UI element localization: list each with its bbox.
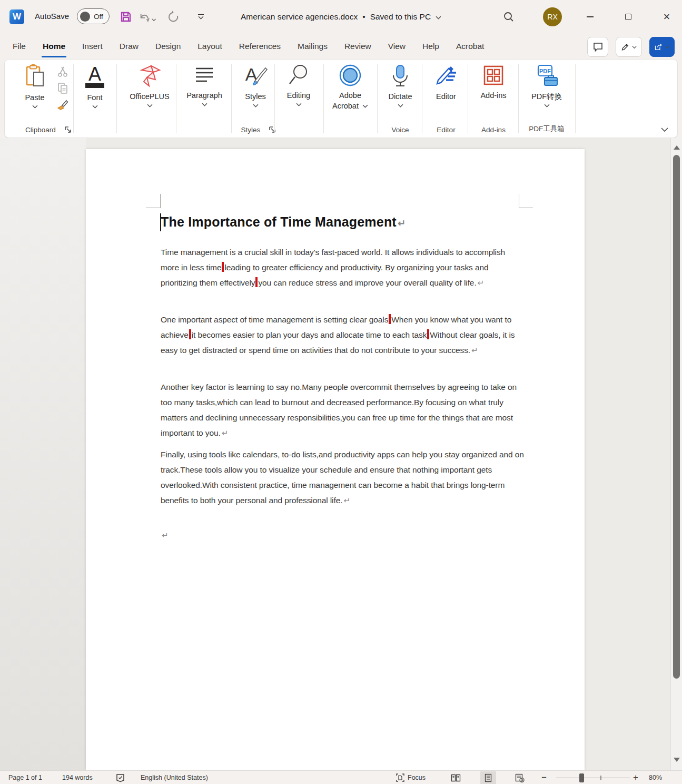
zoom-in-button[interactable]: + xyxy=(633,771,638,784)
search-icon xyxy=(503,11,515,23)
paste-chevron-icon xyxy=(32,105,38,109)
tab-layout[interactable]: Layout xyxy=(189,34,231,59)
language-indicator[interactable]: English (United States) xyxy=(141,771,208,784)
voice-group-label: Voice xyxy=(382,126,419,134)
web-layout-button[interactable] xyxy=(512,771,528,784)
focus-button[interactable]: Focus xyxy=(396,771,426,784)
redo-icon xyxy=(166,10,180,24)
tab-design[interactable]: Design xyxy=(147,34,189,59)
svg-text:PDF: PDF xyxy=(539,68,551,74)
tab-view[interactable]: View xyxy=(380,34,414,59)
tab-file[interactable]: File xyxy=(4,34,34,59)
account-avatar[interactable]: RX xyxy=(543,7,562,26)
save-button[interactable] xyxy=(117,8,135,25)
dictate-mic-icon xyxy=(390,64,411,88)
addins-icon xyxy=(482,64,505,87)
styles-button[interactable]: A Styles xyxy=(239,64,272,107)
scroll-up-arrow-icon[interactable] xyxy=(674,145,680,150)
copy-button[interactable] xyxy=(57,82,68,94)
paste-button[interactable]: Paste xyxy=(18,64,51,109)
editing-chevron-icon xyxy=(296,103,302,106)
styles-dialog-launcher[interactable] xyxy=(268,125,277,134)
page-indicator[interactable]: Page 1 of 1 xyxy=(8,771,42,784)
save-status: Saved to this PC xyxy=(370,12,431,22)
margin-mark-icon xyxy=(160,194,161,208)
font-chevron-icon xyxy=(92,105,98,109)
zoom-slider-thumb[interactable] xyxy=(579,773,584,782)
group-separator xyxy=(468,64,468,133)
redo-button[interactable] xyxy=(164,8,182,25)
zoom-slider-center-tick xyxy=(600,776,601,780)
format-painter-button[interactable] xyxy=(56,99,69,111)
comments-button[interactable] xyxy=(587,37,608,57)
zoom-slider-track[interactable] xyxy=(556,778,630,779)
proofing-book-icon xyxy=(116,773,125,782)
margin-mark-icon xyxy=(146,208,160,208)
undo-chevron-icon xyxy=(152,18,156,22)
editing-button[interactable]: Editing xyxy=(280,64,317,106)
paragraph[interactable]: One important aspect of time management … xyxy=(161,312,524,358)
paragraph[interactable]: Finally, using tools like calendars, to-… xyxy=(161,447,524,508)
clipboard-dialog-launcher[interactable] xyxy=(64,125,73,134)
undo-button[interactable] xyxy=(138,8,156,25)
customize-quick-access-toolbar-button[interactable] xyxy=(195,12,206,22)
collapse-ribbon-button[interactable] xyxy=(660,127,669,132)
share-icon xyxy=(655,42,663,52)
paragraph[interactable]: Another key factor is learning to say no… xyxy=(161,379,524,440)
tab-review[interactable]: Review xyxy=(336,34,380,59)
pdf-convert-icon: PDF xyxy=(535,64,558,88)
maximize-button[interactable] xyxy=(618,7,639,26)
scrollbar-thumb[interactable] xyxy=(673,155,680,679)
pdf-convert-button[interactable]: PDF PDF转换 xyxy=(524,64,569,107)
editing-mode-chevron-icon xyxy=(632,45,637,49)
comment-icon xyxy=(593,42,603,52)
paragraph[interactable]: ↵ xyxy=(161,527,524,543)
paragraph[interactable]: Time management is a crucial skill in to… xyxy=(161,244,524,290)
share-button[interactable] xyxy=(649,37,675,57)
pilcrow-mark: ↵ xyxy=(161,531,168,540)
addins-button[interactable]: Add-ins xyxy=(475,64,512,101)
proofing-status-button[interactable] xyxy=(116,771,125,784)
adobe-acrobat-button[interactable]: Adobe Acrobat xyxy=(325,64,375,112)
font-button[interactable]: A Font xyxy=(79,64,111,109)
pilcrow-mark: ↵ xyxy=(221,428,228,437)
tab-mailings[interactable]: Mailings xyxy=(289,34,336,59)
adobe-acrobat-icon xyxy=(339,64,362,87)
print-layout-button[interactable] xyxy=(480,771,496,784)
tab-help[interactable]: Help xyxy=(414,34,448,59)
revision-mark xyxy=(389,314,391,324)
document-heading[interactable]: The Importance of Time Management↵ xyxy=(161,214,406,230)
zoom-level[interactable]: 80% xyxy=(649,771,662,784)
editing-mode-button[interactable] xyxy=(616,37,642,57)
margin-mark-icon xyxy=(519,194,519,208)
tab-home[interactable]: Home xyxy=(34,34,74,59)
tab-acrobat[interactable]: Acrobat xyxy=(448,34,492,59)
paragraph-button[interactable]: Paragraph xyxy=(183,64,226,106)
share-chevron-icon xyxy=(665,45,669,49)
editing-search-icon xyxy=(288,64,310,87)
read-mode-button[interactable] xyxy=(448,771,463,784)
word-count[interactable]: 194 words xyxy=(62,771,93,784)
cut-button[interactable] xyxy=(57,66,68,77)
minimize-button[interactable] xyxy=(579,7,600,26)
officeplus-button[interactable]: OfficePLUS xyxy=(124,64,175,107)
group-separator xyxy=(518,64,519,133)
autosave-toggle[interactable]: Off xyxy=(77,8,110,24)
dictate-chevron-icon xyxy=(398,104,403,107)
title-separator: • xyxy=(362,12,365,22)
scroll-down-arrow-icon[interactable] xyxy=(674,758,680,762)
zoom-out-button[interactable]: − xyxy=(541,771,547,784)
document-page[interactable]: The Importance of Time Management↵ Time … xyxy=(86,149,585,770)
vertical-scrollbar[interactable] xyxy=(670,138,682,770)
editor-group-label: Editor xyxy=(430,126,462,134)
close-button[interactable]: × xyxy=(656,7,677,26)
adobe-chevron-icon xyxy=(362,104,368,108)
tab-references[interactable]: References xyxy=(231,34,289,59)
tab-draw[interactable]: Draw xyxy=(111,34,147,59)
search-button[interactable] xyxy=(499,8,518,26)
autosave-state: Off xyxy=(94,13,103,21)
revision-mark xyxy=(255,277,258,287)
dictate-button[interactable]: Dictate xyxy=(382,64,419,107)
editor-button[interactable]: Editor xyxy=(430,64,462,102)
tab-insert[interactable]: Insert xyxy=(74,34,111,59)
